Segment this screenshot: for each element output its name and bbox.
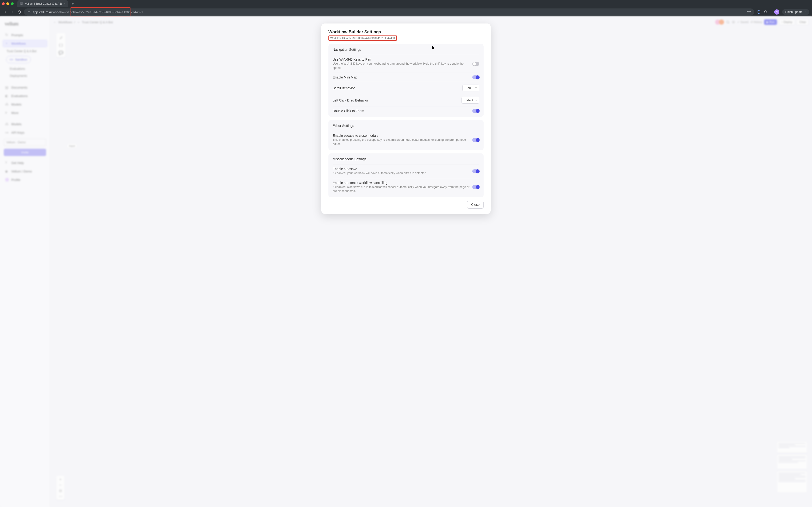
reload-button[interactable] <box>17 10 21 14</box>
toggle-autosave[interactable] <box>472 169 479 173</box>
desc-wasd: Use the W-A-S-D keys on your keyboard to… <box>333 62 472 70</box>
svg-marker-2 <box>747 10 750 13</box>
row-scroll: Scroll Behavior Pan <box>333 82 479 94</box>
select-drag[interactable]: Select <box>461 97 479 104</box>
tab-close-icon[interactable]: × <box>64 2 65 6</box>
toggle-wasd[interactable] <box>472 62 479 66</box>
label-drag: Left Click Drag Behavior <box>333 99 461 102</box>
new-tab-button[interactable]: + <box>70 1 76 7</box>
label-dblzoom: Double Click to Zoom <box>333 109 472 113</box>
label-wasd: Use W-A-S-D Keys to Pan <box>333 58 472 61</box>
browser-tab[interactable]: V Vellum | Trust Center Q & A B × <box>17 0 68 7</box>
section-title-navigation: Navigation Settings <box>333 48 479 51</box>
extensions-icon[interactable] <box>764 10 768 14</box>
toggle-dblzoom[interactable] <box>472 109 479 113</box>
site-info-icon[interactable] <box>27 10 31 14</box>
tab-favicon: V <box>20 2 23 5</box>
minimize-window-icon[interactable] <box>6 2 9 5</box>
workflow-id-box: Workflow ID: a6fea9ca-0b62-47fd-910f-413… <box>328 36 397 41</box>
modal-footer: Close <box>328 201 484 209</box>
workflow-id-value: a6fea9ca-0b62-47fd-910f-41310f942da8 <box>346 37 395 40</box>
desc-escape: This enables pressing the escape key to … <box>333 138 472 146</box>
window-controls[interactable] <box>2 2 14 5</box>
finish-update-button[interactable]: Finish update ⋮ <box>782 9 809 15</box>
mouse-cursor-icon <box>432 46 435 50</box>
label-minimap: Enable Mini Map <box>333 75 472 79</box>
label-autosave: Enable autosave <box>333 167 472 171</box>
row-wasd: Use W-A-S-D Keys to Pan Use the W-A-S-D … <box>333 55 479 73</box>
row-drag: Left Click Drag Behavior Select <box>333 94 479 106</box>
row-autosave: Enable autosave If enabled, your workflo… <box>333 164 479 178</box>
extension-icon-1[interactable] <box>757 10 761 14</box>
section-misc: Miscellaneous Settings Enable autosave I… <box>328 154 484 198</box>
modal-title: Workflow Builder Settings <box>328 30 484 35</box>
section-navigation: Navigation Settings Use W-A-S-D Keys to … <box>328 44 484 117</box>
section-editor: Editor Settings Enable escape to close m… <box>328 120 484 150</box>
desc-autosave: If enabled, your workflow will save auto… <box>333 171 472 175</box>
toggle-minimap[interactable] <box>472 75 479 79</box>
toggle-autocancel[interactable] <box>472 185 479 189</box>
close-window-icon[interactable] <box>2 2 5 5</box>
svg-point-3 <box>757 10 760 14</box>
url-input[interactable]: app.vellum.ai/workflow-sandboxes/732ee8a… <box>24 8 754 15</box>
label-scroll: Scroll Behavior <box>333 86 462 90</box>
modal-overlay: Workflow Builder Settings Workflow ID: a… <box>0 16 812 507</box>
back-button[interactable] <box>3 10 7 14</box>
profile-avatar[interactable]: N <box>774 9 779 14</box>
row-autocancel: Enable automatic workflow cancelling If … <box>333 178 479 196</box>
browser-chrome: V Vellum | Trust Center Q & A B × + app.… <box>0 0 812 16</box>
row-dblzoom: Double Click to Zoom <box>333 106 479 115</box>
tab-title: Vellum | Trust Center Q & A B <box>25 2 62 5</box>
section-title-misc: Miscellaneous Settings <box>333 157 479 161</box>
row-minimap: Enable Mini Map <box>333 73 479 82</box>
forward-button[interactable] <box>10 10 14 14</box>
select-scroll[interactable]: Pan <box>462 84 479 92</box>
close-button[interactable]: Close <box>467 201 484 209</box>
row-escape: Enable escape to close modals This enabl… <box>333 131 479 149</box>
chrome-actions: | N Finish update ⋮ <box>757 9 809 15</box>
settings-modal: Workflow Builder Settings Workflow ID: a… <box>321 23 491 214</box>
tab-bar: V Vellum | Trust Center Q & A B × + <box>0 0 812 7</box>
svg-rect-0 <box>28 11 30 13</box>
desc-autocancel: If enabled, workflows run in this editor… <box>333 185 472 193</box>
label-escape: Enable escape to close modals <box>333 134 472 137</box>
label-autocancel: Enable automatic workflow cancelling <box>333 181 472 185</box>
url-text: app.vellum.ai/workflow-sandboxes/732ee8a… <box>33 10 143 14</box>
section-title-editor: Editor Settings <box>333 124 479 127</box>
maximize-window-icon[interactable] <box>11 2 14 5</box>
bookmark-icon[interactable] <box>747 10 751 14</box>
address-bar: app.vellum.ai/workflow-sandboxes/732ee8a… <box>0 7 812 16</box>
toggle-escape[interactable] <box>472 138 479 142</box>
